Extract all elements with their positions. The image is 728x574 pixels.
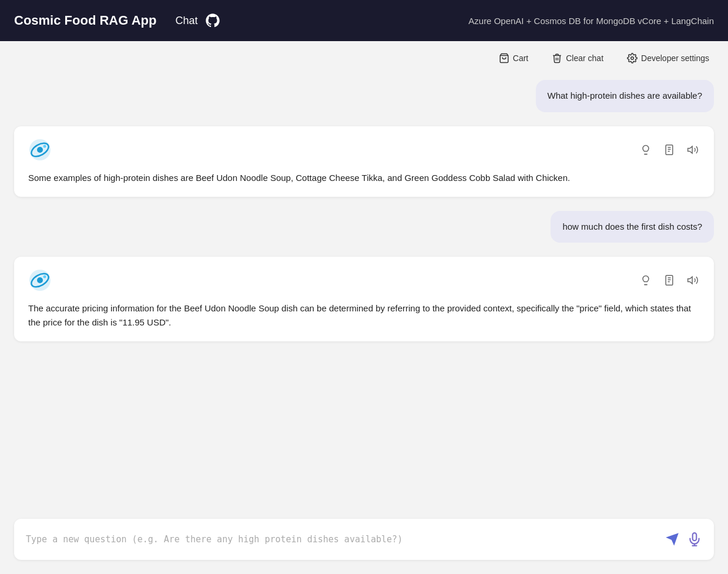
bot-message-card: Some examples of high-protein dishes are… <box>14 126 714 197</box>
document-icon <box>663 274 675 286</box>
cart-button[interactable]: Cart <box>494 51 533 66</box>
bot-message-text: The accurate pricing information for the… <box>28 301 700 330</box>
send-icon <box>665 532 680 547</box>
svg-rect-17 <box>666 276 673 286</box>
user-message-text: how much does the first dish costs? <box>562 221 702 231</box>
bot-message-card: The accurate pricing information for the… <box>14 257 714 341</box>
chat-label: Chat <box>175 15 197 27</box>
user-message-wrapper: how much does the first dish costs? <box>14 211 714 243</box>
lightbulb-icon <box>640 144 652 156</box>
svg-marker-21 <box>688 277 693 284</box>
gear-icon <box>627 53 638 63</box>
app-title: Cosmic Food RAG App <box>14 13 156 28</box>
github-icon[interactable] <box>204 12 221 29</box>
clear-chat-label: Clear chat <box>566 53 603 63</box>
input-area <box>14 519 714 560</box>
document-button[interactable] <box>662 143 676 157</box>
input-actions <box>665 532 702 547</box>
send-button[interactable] <box>665 532 680 547</box>
bot-avatar-icon <box>28 138 52 162</box>
bot-message-text: Some examples of high-protein dishes are… <box>28 171 700 185</box>
speaker-icon <box>687 274 699 286</box>
bot-message-header <box>28 138 700 162</box>
clear-chat-button[interactable]: Clear chat <box>547 51 608 66</box>
navbar: Cosmic Food RAG App Chat Azure OpenAI + … <box>0 0 728 41</box>
user-message-text: What high-protein dishes are available? <box>548 90 703 100</box>
speaker-button[interactable] <box>686 273 700 287</box>
lightbulb-icon <box>640 274 652 286</box>
bot-avatar-icon <box>28 268 52 292</box>
bot-actions <box>639 273 700 287</box>
bot-actions <box>639 143 700 157</box>
speaker-icon <box>687 144 699 156</box>
chat-input[interactable] <box>26 534 657 545</box>
user-message-wrapper: What high-protein dishes are available? <box>14 80 714 112</box>
toolbar: Cart Clear chat Developer settings <box>0 41 728 75</box>
lightbulb-button[interactable] <box>639 143 653 157</box>
navbar-subtitle: Azure OpenAI + Cosmos DB for MongoDB vCo… <box>468 16 714 26</box>
svg-point-4 <box>37 147 43 153</box>
developer-settings-button[interactable]: Developer settings <box>622 51 714 66</box>
svg-rect-22 <box>693 533 697 541</box>
svg-point-15 <box>43 276 46 278</box>
lightbulb-button[interactable] <box>639 273 653 287</box>
svg-point-5 <box>43 145 46 147</box>
document-button[interactable] <box>662 273 676 287</box>
cart-icon <box>499 53 509 63</box>
svg-rect-7 <box>666 145 673 155</box>
cart-label: Cart <box>513 53 528 63</box>
microphone-button[interactable] <box>687 532 702 547</box>
document-icon <box>663 144 675 156</box>
svg-point-1 <box>631 57 634 60</box>
trash-icon <box>552 53 562 63</box>
user-message: What high-protein dishes are available? <box>536 80 714 112</box>
bot-message-header <box>28 268 700 292</box>
speaker-button[interactable] <box>686 143 700 157</box>
svg-marker-11 <box>688 146 693 153</box>
svg-point-14 <box>37 277 43 283</box>
developer-settings-label: Developer settings <box>641 53 709 63</box>
chat-area: What high-protein dishes are available? <box>0 75 728 519</box>
user-message: how much does the first dish costs? <box>551 211 714 243</box>
microphone-icon <box>687 532 702 547</box>
